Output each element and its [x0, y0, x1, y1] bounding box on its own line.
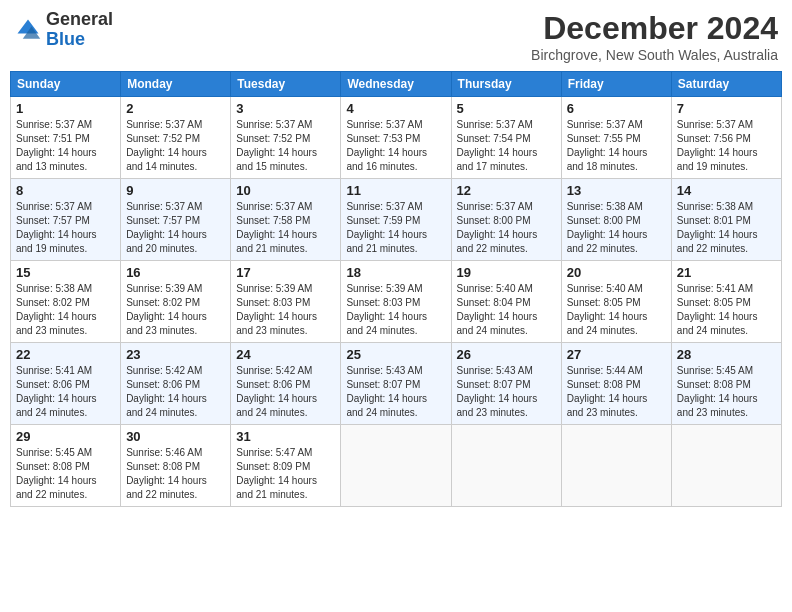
calendar-cell: 12Sunrise: 5:37 AM Sunset: 8:00 PM Dayli… — [451, 179, 561, 261]
calendar-cell: 20Sunrise: 5:40 AM Sunset: 8:05 PM Dayli… — [561, 261, 671, 343]
logo-general: General — [46, 9, 113, 29]
calendar-cell: 26Sunrise: 5:43 AM Sunset: 8:07 PM Dayli… — [451, 343, 561, 425]
calendar-week-3: 15Sunrise: 5:38 AM Sunset: 8:02 PM Dayli… — [11, 261, 782, 343]
day-info: Sunrise: 5:37 AM Sunset: 7:56 PM Dayligh… — [677, 118, 776, 174]
weekday-monday: Monday — [121, 72, 231, 97]
month-title: December 2024 — [531, 10, 778, 47]
calendar-cell: 21Sunrise: 5:41 AM Sunset: 8:05 PM Dayli… — [671, 261, 781, 343]
day-info: Sunrise: 5:40 AM Sunset: 8:04 PM Dayligh… — [457, 282, 556, 338]
calendar-cell — [561, 425, 671, 507]
calendar-cell: 16Sunrise: 5:39 AM Sunset: 8:02 PM Dayli… — [121, 261, 231, 343]
calendar-cell: 1Sunrise: 5:37 AM Sunset: 7:51 PM Daylig… — [11, 97, 121, 179]
day-info: Sunrise: 5:41 AM Sunset: 8:05 PM Dayligh… — [677, 282, 776, 338]
calendar-cell — [451, 425, 561, 507]
calendar-cell: 27Sunrise: 5:44 AM Sunset: 8:08 PM Dayli… — [561, 343, 671, 425]
weekday-saturday: Saturday — [671, 72, 781, 97]
day-info: Sunrise: 5:38 AM Sunset: 8:00 PM Dayligh… — [567, 200, 666, 256]
calendar-week-2: 8Sunrise: 5:37 AM Sunset: 7:57 PM Daylig… — [11, 179, 782, 261]
day-number: 5 — [457, 101, 556, 116]
calendar-cell: 5Sunrise: 5:37 AM Sunset: 7:54 PM Daylig… — [451, 97, 561, 179]
calendar-cell — [671, 425, 781, 507]
day-number: 27 — [567, 347, 666, 362]
day-number: 3 — [236, 101, 335, 116]
calendar-week-5: 29Sunrise: 5:45 AM Sunset: 8:08 PM Dayli… — [11, 425, 782, 507]
day-info: Sunrise: 5:42 AM Sunset: 8:06 PM Dayligh… — [236, 364, 335, 420]
calendar-cell: 22Sunrise: 5:41 AM Sunset: 8:06 PM Dayli… — [11, 343, 121, 425]
calendar-week-4: 22Sunrise: 5:41 AM Sunset: 8:06 PM Dayli… — [11, 343, 782, 425]
calendar-cell: 17Sunrise: 5:39 AM Sunset: 8:03 PM Dayli… — [231, 261, 341, 343]
day-info: Sunrise: 5:37 AM Sunset: 7:58 PM Dayligh… — [236, 200, 335, 256]
day-number: 26 — [457, 347, 556, 362]
day-info: Sunrise: 5:37 AM Sunset: 7:55 PM Dayligh… — [567, 118, 666, 174]
day-number: 30 — [126, 429, 225, 444]
calendar-cell: 4Sunrise: 5:37 AM Sunset: 7:53 PM Daylig… — [341, 97, 451, 179]
logo: General Blue — [14, 10, 113, 50]
day-info: Sunrise: 5:39 AM Sunset: 8:03 PM Dayligh… — [346, 282, 445, 338]
day-info: Sunrise: 5:37 AM Sunset: 7:51 PM Dayligh… — [16, 118, 115, 174]
day-number: 28 — [677, 347, 776, 362]
day-info: Sunrise: 5:37 AM Sunset: 8:00 PM Dayligh… — [457, 200, 556, 256]
day-number: 2 — [126, 101, 225, 116]
day-number: 18 — [346, 265, 445, 280]
calendar-cell: 19Sunrise: 5:40 AM Sunset: 8:04 PM Dayli… — [451, 261, 561, 343]
day-info: Sunrise: 5:44 AM Sunset: 8:08 PM Dayligh… — [567, 364, 666, 420]
calendar-cell: 11Sunrise: 5:37 AM Sunset: 7:59 PM Dayli… — [341, 179, 451, 261]
calendar-cell: 6Sunrise: 5:37 AM Sunset: 7:55 PM Daylig… — [561, 97, 671, 179]
weekday-friday: Friday — [561, 72, 671, 97]
calendar-cell: 15Sunrise: 5:38 AM Sunset: 8:02 PM Dayli… — [11, 261, 121, 343]
day-info: Sunrise: 5:39 AM Sunset: 8:03 PM Dayligh… — [236, 282, 335, 338]
weekday-sunday: Sunday — [11, 72, 121, 97]
calendar-cell: 3Sunrise: 5:37 AM Sunset: 7:52 PM Daylig… — [231, 97, 341, 179]
weekday-tuesday: Tuesday — [231, 72, 341, 97]
calendar-cell: 13Sunrise: 5:38 AM Sunset: 8:00 PM Dayli… — [561, 179, 671, 261]
day-info: Sunrise: 5:38 AM Sunset: 8:02 PM Dayligh… — [16, 282, 115, 338]
page-header: General Blue December 2024 Birchgrove, N… — [10, 10, 782, 63]
calendar-cell: 9Sunrise: 5:37 AM Sunset: 7:57 PM Daylig… — [121, 179, 231, 261]
calendar-cell: 18Sunrise: 5:39 AM Sunset: 8:03 PM Dayli… — [341, 261, 451, 343]
day-info: Sunrise: 5:37 AM Sunset: 7:54 PM Dayligh… — [457, 118, 556, 174]
day-number: 17 — [236, 265, 335, 280]
day-number: 23 — [126, 347, 225, 362]
day-info: Sunrise: 5:37 AM Sunset: 7:59 PM Dayligh… — [346, 200, 445, 256]
calendar-table: SundayMondayTuesdayWednesdayThursdayFrid… — [10, 71, 782, 507]
logo-icon — [14, 16, 42, 44]
day-number: 21 — [677, 265, 776, 280]
calendar-cell: 31Sunrise: 5:47 AM Sunset: 8:09 PM Dayli… — [231, 425, 341, 507]
day-info: Sunrise: 5:37 AM Sunset: 7:57 PM Dayligh… — [16, 200, 115, 256]
calendar-week-1: 1Sunrise: 5:37 AM Sunset: 7:51 PM Daylig… — [11, 97, 782, 179]
day-info: Sunrise: 5:43 AM Sunset: 8:07 PM Dayligh… — [457, 364, 556, 420]
day-number: 1 — [16, 101, 115, 116]
calendar-cell: 30Sunrise: 5:46 AM Sunset: 8:08 PM Dayli… — [121, 425, 231, 507]
calendar-cell: 10Sunrise: 5:37 AM Sunset: 7:58 PM Dayli… — [231, 179, 341, 261]
day-info: Sunrise: 5:37 AM Sunset: 7:52 PM Dayligh… — [236, 118, 335, 174]
day-number: 8 — [16, 183, 115, 198]
weekday-thursday: Thursday — [451, 72, 561, 97]
title-block: December 2024 Birchgrove, New South Wale… — [531, 10, 778, 63]
weekday-header-row: SundayMondayTuesdayWednesdayThursdayFrid… — [11, 72, 782, 97]
day-number: 12 — [457, 183, 556, 198]
calendar-cell: 8Sunrise: 5:37 AM Sunset: 7:57 PM Daylig… — [11, 179, 121, 261]
day-number: 6 — [567, 101, 666, 116]
calendar-cell: 14Sunrise: 5:38 AM Sunset: 8:01 PM Dayli… — [671, 179, 781, 261]
day-info: Sunrise: 5:38 AM Sunset: 8:01 PM Dayligh… — [677, 200, 776, 256]
calendar-cell: 23Sunrise: 5:42 AM Sunset: 8:06 PM Dayli… — [121, 343, 231, 425]
day-number: 14 — [677, 183, 776, 198]
day-number: 7 — [677, 101, 776, 116]
day-info: Sunrise: 5:37 AM Sunset: 7:57 PM Dayligh… — [126, 200, 225, 256]
day-number: 9 — [126, 183, 225, 198]
day-info: Sunrise: 5:37 AM Sunset: 7:53 PM Dayligh… — [346, 118, 445, 174]
day-number: 4 — [346, 101, 445, 116]
location: Birchgrove, New South Wales, Australia — [531, 47, 778, 63]
day-number: 22 — [16, 347, 115, 362]
day-number: 25 — [346, 347, 445, 362]
calendar-cell: 2Sunrise: 5:37 AM Sunset: 7:52 PM Daylig… — [121, 97, 231, 179]
logo-blue: Blue — [46, 29, 85, 49]
day-info: Sunrise: 5:37 AM Sunset: 7:52 PM Dayligh… — [126, 118, 225, 174]
day-number: 24 — [236, 347, 335, 362]
calendar-body: 1Sunrise: 5:37 AM Sunset: 7:51 PM Daylig… — [11, 97, 782, 507]
day-number: 29 — [16, 429, 115, 444]
calendar-cell: 24Sunrise: 5:42 AM Sunset: 8:06 PM Dayli… — [231, 343, 341, 425]
calendar-cell: 29Sunrise: 5:45 AM Sunset: 8:08 PM Dayli… — [11, 425, 121, 507]
day-info: Sunrise: 5:40 AM Sunset: 8:05 PM Dayligh… — [567, 282, 666, 338]
day-number: 31 — [236, 429, 335, 444]
